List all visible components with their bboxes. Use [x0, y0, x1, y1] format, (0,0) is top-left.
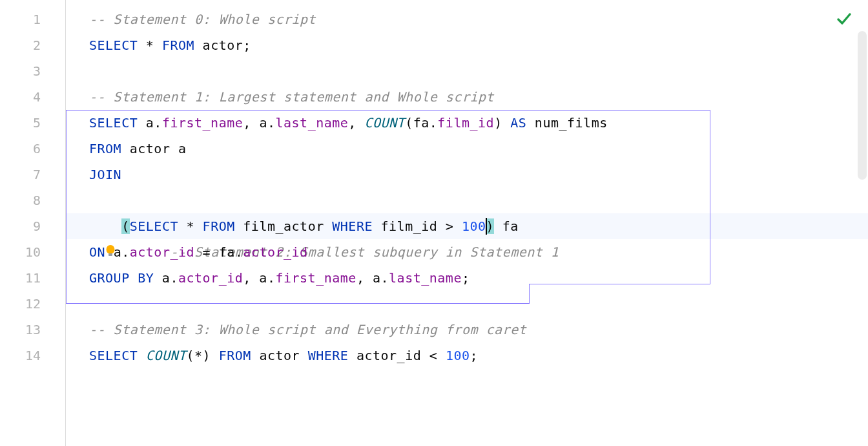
line-number: 11	[0, 265, 65, 291]
code-line[interactable]: -- Statement 3: Whole script and Everyth…	[89, 317, 868, 343]
svg-point-0	[107, 245, 115, 254]
code-line[interactable]: -- Statement 2: Smallest subquery in Sta…	[89, 187, 868, 213]
code-line[interactable]: GROUP BY a.actor_id, a.first_name, a.las…	[89, 265, 868, 291]
scrollbar-thumb[interactable]	[858, 31, 867, 180]
analysis-ok-icon[interactable]	[836, 10, 852, 30]
svg-rect-1	[108, 253, 112, 256]
code-line[interactable]: FROM actor a	[89, 136, 868, 162]
line-number: 10	[0, 239, 65, 265]
line-number: 4	[0, 84, 65, 110]
code-line[interactable]: ON a.actor_id = fa.actor_id	[89, 239, 868, 265]
comment: -- Statement 1: Largest statement and Wh…	[89, 89, 494, 105]
line-number: 6	[0, 136, 65, 162]
code-line[interactable]: SELECT COUNT(*) FROM actor WHERE actor_i…	[89, 343, 868, 368]
code-line[interactable]: -- Statement 0: Whole script	[89, 6, 868, 32]
gutter: 1 2 3 4 5 6 7 8 9 10 11 12 13 14	[0, 0, 66, 446]
text-caret	[486, 218, 487, 235]
code-line-current[interactable]: (SELECT * FROM film_actor WHERE film_id …	[89, 213, 868, 239]
code-line[interactable]	[89, 58, 868, 84]
line-number: 13	[0, 317, 65, 343]
line-number: 14	[0, 343, 65, 368]
code-line[interactable]: -- Statement 1: Largest statement and Wh…	[89, 84, 868, 110]
code-area[interactable]: -- Statement 0: Whole script SELECT * FR…	[66, 0, 868, 446]
intention-bulb-icon[interactable]	[105, 193, 118, 208]
line-number: 1	[0, 6, 65, 32]
line-number: 12	[0, 291, 65, 317]
code-line[interactable]: SELECT * FROM actor;	[89, 32, 868, 58]
line-number: 3	[0, 58, 65, 84]
line-number: 7	[0, 162, 65, 187]
code-editor[interactable]: 1 2 3 4 5 6 7 8 9 10 11 12 13 14 -- Stat…	[0, 0, 868, 446]
line-number: 8	[0, 187, 65, 213]
line-number: 5	[0, 110, 65, 136]
code-line[interactable]: JOIN	[89, 162, 868, 187]
code-line[interactable]: SELECT a.first_name, a.last_name, COUNT(…	[89, 110, 868, 136]
code-line[interactable]	[89, 291, 868, 317]
comment: -- Statement 3: Whole script and Everyth…	[89, 322, 526, 337]
comment: -- Statement 0: Whole script	[89, 12, 316, 27]
line-number: 2	[0, 32, 65, 58]
bracket-match: )	[486, 218, 495, 234]
line-number: 9	[0, 213, 65, 239]
